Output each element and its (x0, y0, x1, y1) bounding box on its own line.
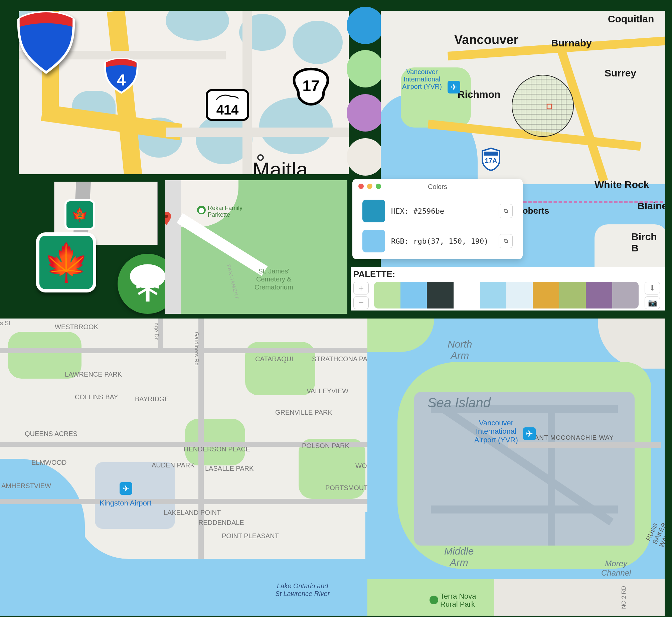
palette-label: PALETTE: (353, 269, 395, 279)
nh-lakeland: LAKELAND POINT (164, 509, 221, 517)
nh-redd: REDDENDALE (198, 519, 244, 527)
ontario-hwy-1-number: 1 (78, 210, 82, 219)
nh-bayridge: BAYRIDGE (135, 395, 169, 403)
airplane-icon: ✈ (448, 81, 460, 93)
interstate-4-shield: 4 (104, 57, 139, 94)
kingston-airport-label: Kingston Airport (100, 499, 151, 507)
airplane-icon: ✈ (120, 482, 132, 495)
map-pin-icon (165, 212, 171, 225)
palette-download-button[interactable]: ⬇ (645, 282, 660, 294)
state-route-shield: 414 (206, 89, 249, 121)
svg-point-3 (130, 264, 165, 288)
kingston-airport-area (95, 462, 175, 529)
hex-value: #2596be (413, 207, 444, 215)
palette-add-button[interactable]: + (353, 282, 369, 294)
maple-leaf-badge: 🍁 (36, 232, 96, 292)
swatch-dot-3 (347, 94, 384, 132)
color-picker-panel: Colors HEX: #2596be ⧉ RGB: rgb(37, 150, … (352, 179, 523, 259)
lake-ontario-label: Lake Ontario and St Lawrence River (275, 582, 330, 598)
nh-westbrook: WESTBROOK (55, 323, 98, 331)
nh-gren: GRENVILLE PARK (275, 409, 332, 416)
yvr-label-2: Vancouver International Airport (YVR) (474, 419, 518, 444)
sea-island-map-tile: GRANT MCCONACHIE WAY RUSS BAKER WAY NO 2… (367, 319, 665, 616)
rekai-cemetery-label: St. James' Cemetery & Crematorium (255, 267, 293, 291)
kingston-map-tile: ✈ Kingston Airport WESTBROOK LAWRENCE PA… (0, 319, 367, 616)
terra-nova-label: Terra Nova Rural Park (440, 592, 476, 608)
nh-lawrence: LAWRENCE PARK (65, 371, 122, 378)
nh-polson: POLSON PARK (302, 442, 349, 450)
nh-lasalle: LASALLE PARK (205, 465, 254, 472)
north-arm-label: North Arm (448, 339, 472, 361)
hwy-17a-label: 17A (481, 157, 501, 165)
town-marker-icon (257, 154, 264, 161)
nh-elmwood: ELMWOOD (31, 459, 67, 466)
state-route-number: 414 (216, 102, 239, 118)
palette-strip (374, 282, 639, 308)
palette-remove-button[interactable]: − (353, 296, 369, 309)
radar-scope-icon (511, 74, 574, 138)
road-no2: NO 2 RD (621, 586, 627, 609)
city-whiterock: White Rock (595, 179, 649, 190)
color-panel-title: Colors (352, 183, 523, 191)
nh-sst: s St (0, 320, 10, 327)
nh-hend: HENDERSON PLACE (184, 445, 250, 453)
park-dot-icon (430, 596, 438, 604)
nh-valley: VALLEYVIEW (307, 387, 348, 395)
park-dot-icon: ⬤ (197, 206, 206, 214)
swatch-dot-1 (347, 7, 384, 44)
nh-amherst: AMHERSTVIEW (1, 482, 51, 490)
road-grant-mcconachie: GRANT MCCONACHIE WAY (524, 434, 614, 441)
rgb-value: rgb(37, 150, 190) (413, 237, 488, 245)
city-burnaby: Burnaby (551, 37, 592, 49)
hwy-17a-shield: 17A (481, 148, 501, 171)
morey-channel-label: Morey Channel (601, 559, 631, 578)
svg-point-1 (512, 75, 573, 137)
sea-island-label: Sea Island (428, 395, 491, 410)
nh-point: POINT PLEASANT (222, 532, 279, 540)
nh-collins: COLLINS BAY (75, 393, 118, 401)
swatch-dot-2 (347, 50, 384, 87)
road-nge: nge Dr (153, 323, 160, 340)
nh-queens: QUEENS ACRES (25, 430, 77, 438)
us-route-shield: 17 (293, 67, 329, 106)
hex-swatch (362, 200, 385, 222)
hex-label: HEX: (391, 207, 409, 215)
rekai-road-label: PARLIAMENT (226, 264, 240, 300)
palette-camera-button[interactable]: 📷 (645, 296, 660, 309)
city-birch: Birch B (631, 231, 665, 254)
rekai-park-label: Rekai Family Parkette (208, 205, 242, 218)
interstate-4-number: 4 (104, 71, 139, 89)
copy-hex-button[interactable]: ⧉ (499, 204, 513, 218)
road-gardiners: Gardiners Rd (193, 332, 200, 366)
city-richmond: Richmon (458, 89, 500, 100)
nh-wo: WO (355, 462, 367, 470)
nh-auden: AUDEN PARK (152, 461, 195, 469)
nh-cat: CATARAQUI (255, 355, 293, 363)
palette-panel: PALETTE: + − ⬇ 📷 (351, 267, 665, 311)
city-surrey: Surrey (605, 67, 636, 79)
interstate-shield-big (16, 11, 76, 74)
nh-strath: STRATHCONA PARK (312, 355, 367, 363)
us-route-number: 17 (293, 77, 329, 95)
copy-rgb-button[interactable]: ⧉ (499, 234, 513, 248)
city-vancouver: Vancouver (454, 33, 518, 47)
yvr-label: Vancouver International Airport (YVR) (402, 68, 442, 90)
nh-ports: PORTSMOUTH (325, 484, 367, 492)
city-coquitlan: Coquitlan (608, 13, 654, 25)
ontario-hwy-shield-small: 🍁 1 (64, 199, 95, 230)
airplane-icon: ✈ (523, 427, 536, 440)
maple-leaf-icon: 🍁 (43, 244, 89, 281)
rgb-label: RGB: (391, 237, 409, 245)
rekai-parkette-map: ⬤ Rekai Family Parkette St. James' Cemet… (165, 180, 347, 314)
middle-arm-label: Middle Arm (444, 546, 474, 568)
rgb-swatch (362, 230, 385, 252)
swatch-dot-4 (347, 138, 384, 176)
